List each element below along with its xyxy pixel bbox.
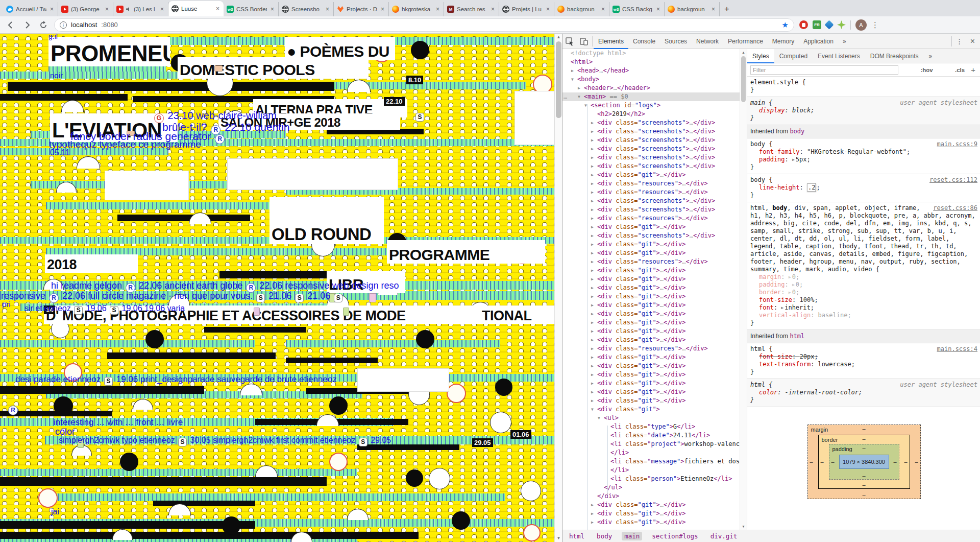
page-link[interactable]: desi parade etienneoz S 19.06 print_desi…	[15, 375, 337, 386]
device-toolbar-icon[interactable]	[577, 35, 591, 48]
devtools-tab-performance[interactable]: Performance	[723, 34, 768, 49]
expand-arrow-icon[interactable]: ▶	[591, 336, 594, 344]
expand-arrow-icon[interactable]: ▶	[591, 171, 594, 179]
css-property[interactable]: vertical-align: baseline;	[750, 312, 977, 319]
css-property[interactable]: margin: ▶0;	[750, 273, 977, 281]
css-property[interactable]: padding: ▶0;	[750, 281, 977, 289]
tab-close-icon[interactable]: ×	[325, 6, 330, 13]
breadcrumb-item-sectionlogs[interactable]: section#logs	[649, 532, 700, 540]
page-link[interactable]: jai	[51, 508, 59, 516]
css-property[interactable]: display: block;	[750, 107, 977, 114]
tab-close-icon[interactable]: ×	[710, 6, 716, 13]
dom-node[interactable]: ▶<div class="screenshots">…</div>	[562, 136, 740, 145]
style-rule[interactable]: user agent stylesheethtml {color: -inter…	[747, 379, 980, 407]
expand-arrow-icon[interactable]: ▶	[591, 396, 594, 405]
css-property[interactable]: font: ▶inherit;	[750, 304, 977, 312]
collapse-arrow-icon[interactable]: ▼	[591, 405, 594, 414]
dom-node[interactable]: ▶<div class="screenshots">…</div>	[562, 119, 740, 127]
page-link[interactable]: responsive R 22.06 full circle magazine …	[1, 291, 344, 303]
page-link[interactable]: R	[7, 405, 19, 415]
expand-arrow-icon[interactable]: ▶	[591, 223, 594, 231]
breadcrumb-item-body[interactable]: body	[594, 532, 615, 540]
dom-node[interactable]: ▶<div class="screenshots">…</div>	[562, 145, 740, 153]
page-link[interactable]: interesting … with … front … livre	[54, 418, 183, 427]
expand-arrow-icon[interactable]: ▶	[591, 284, 594, 292]
new-tab-button[interactable]: +	[720, 2, 734, 16]
browser-tab[interactable]: backgroun×	[665, 2, 720, 16]
browser-tab[interactable]: Projets | Lu×	[499, 2, 554, 16]
styles-subtab-event-listeners[interactable]: Event Listeners	[813, 49, 865, 63]
box-model-dash[interactable]: –	[915, 459, 918, 465]
breadcrumb-item-main[interactable]: main	[622, 532, 642, 540]
expand-arrow-icon[interactable]: ▶	[578, 84, 580, 92]
collapse-arrow-icon[interactable]: ▼	[571, 75, 574, 84]
expand-arrow-icon[interactable]: ▶	[591, 379, 594, 388]
tab-close-icon[interactable]: ×	[104, 6, 110, 13]
shorthand-arrow-icon[interactable]: ▶	[792, 282, 795, 287]
dom-tree-scrollbar[interactable]: ▲ ▼	[740, 49, 747, 530]
dom-node[interactable]: ▼<section id="logs">	[562, 101, 740, 110]
expand-arrow-icon[interactable]: ▶	[591, 257, 594, 266]
forward-button[interactable]	[21, 19, 33, 31]
css-property[interactable]: font-size: 100%;	[750, 296, 977, 304]
box-model-dash[interactable]: –	[821, 459, 824, 465]
dom-node[interactable]: ▶<div class="git">…</div>	[562, 301, 740, 310]
dom-more-icon[interactable]: …	[564, 92, 567, 101]
shorthand-arrow-icon[interactable]: ▶	[789, 275, 791, 279]
dom-node[interactable]: ▶<div class="git">…</div>	[562, 240, 740, 249]
devtools-tab-application[interactable]: Application	[799, 34, 838, 49]
pseudo-state-button[interactable]: :hov	[920, 67, 933, 73]
dom-scrollbar-thumb[interactable]	[741, 56, 746, 102]
dom-node[interactable]: <li class="message">fichiers et dossier	[562, 457, 740, 466]
expand-arrow-icon[interactable]: ▶	[591, 501, 594, 509]
box-model-dash[interactable]: –	[862, 436, 865, 442]
browser-menu-icon[interactable]: ⋮	[871, 20, 879, 30]
dom-node[interactable]: ▶<div class="git">…</div>	[562, 370, 740, 379]
expand-arrow-icon[interactable]: ▶	[591, 388, 594, 396]
inspect-element-icon[interactable]	[562, 35, 577, 48]
expand-arrow-icon[interactable]: ▶	[591, 249, 594, 257]
css-property[interactable]: padding: ▶5px;	[750, 156, 977, 163]
page-link[interactable]: pri	[2, 300, 11, 308]
dom-node[interactable]: ▶<div class="git">…</div>	[562, 284, 740, 292]
style-rule[interactable]: element.style {}	[747, 77, 980, 97]
expand-arrow-icon[interactable]: ▶	[591, 205, 594, 214]
box-model-dash[interactable]: –	[904, 459, 907, 465]
dom-node[interactable]: ▶<div class="git">…</div>	[562, 509, 740, 518]
box-model-dash[interactable]: –	[810, 459, 813, 465]
expand-arrow-icon[interactable]: ▶	[591, 179, 594, 188]
browser-tab[interactable]: hkgroteska×	[389, 2, 444, 16]
scroll-down-icon[interactable]: ▼	[555, 535, 562, 542]
dom-node[interactable]: ▶<div class="git">…</div>	[562, 336, 740, 344]
dom-node[interactable]: ▶<div class="git">…</div>	[562, 388, 740, 396]
dom-node[interactable]: </li>	[562, 466, 740, 475]
browser-tab[interactable]: Accueil / Tw×	[3, 2, 58, 16]
styles-subtab--[interactable]: »	[923, 49, 937, 63]
expand-arrow-icon[interactable]: ▶	[591, 127, 594, 136]
dom-node[interactable]: ▼<div class="git">	[562, 405, 740, 414]
page-link[interactable]: simplergh2cmwk typo etienneoz S 30.05 si…	[59, 436, 391, 446]
expand-arrow-icon[interactable]: ▶	[591, 344, 594, 353]
expand-arrow-icon[interactable]: ▶	[591, 197, 594, 205]
shorthand-arrow-icon[interactable]: ▶	[781, 305, 783, 310]
page-link[interactable]: typothequz typeface ce programme	[49, 139, 201, 149]
diamond-extension-icon[interactable]	[824, 20, 834, 29]
breadcrumb-item-html[interactable]: html	[567, 532, 587, 540]
dom-node[interactable]: ▶<div class="git">…</div>	[562, 362, 740, 370]
dom-node[interactable]: <!doctype html>	[562, 49, 740, 58]
dom-node[interactable]: ▶<div class="git">…</div>	[562, 501, 740, 509]
expand-arrow-icon[interactable]: ▶	[591, 509, 594, 518]
style-rule[interactable]: reset.css:86html, body, div, span, apple…	[747, 202, 980, 330]
dom-node[interactable]: <h2>2019</h2>	[562, 110, 740, 119]
dom-node[interactable]: ▶<div class="screenshots">…</div>	[562, 231, 740, 240]
expand-arrow-icon[interactable]: ▶	[571, 66, 574, 75]
box-model-dash[interactable]: –	[831, 459, 835, 465]
browser-tab[interactable]: (3) Les l×	[113, 2, 168, 16]
expand-arrow-icon[interactable]: ▶	[591, 153, 594, 162]
property-value-editbox[interactable]: .2	[807, 183, 816, 192]
dom-node[interactable]: ▶<div class="git">…</div>	[562, 223, 740, 231]
dom-node[interactable]: ▶<div class="screenshots">…</div>	[562, 197, 740, 205]
shorthand-arrow-icon[interactable]: ▶	[789, 290, 791, 295]
styles-subtab-dom-breakpoints[interactable]: DOM Breakpoints	[865, 49, 924, 63]
browser-tab[interactable]: (3) George×	[58, 2, 113, 16]
